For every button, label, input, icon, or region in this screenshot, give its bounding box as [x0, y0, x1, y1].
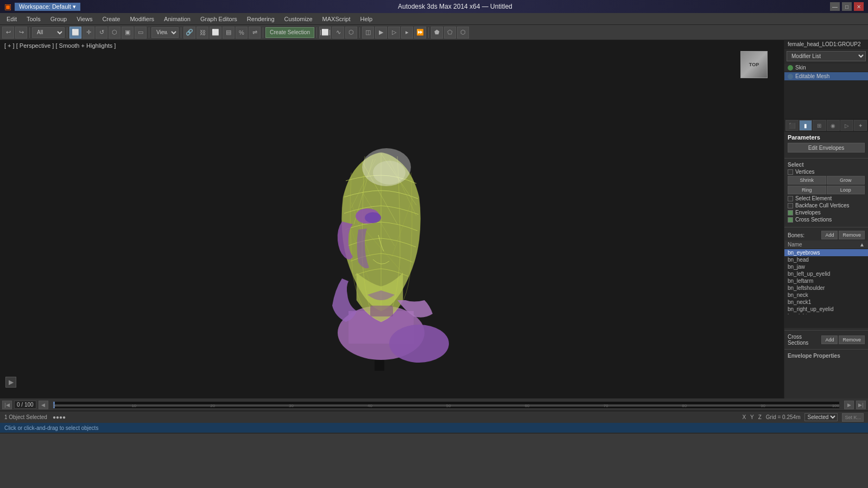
- tb-named-sel[interactable]: |⬜|: [319, 27, 331, 39]
- shrink-grow-row: Shrink Grow: [788, 176, 865, 185]
- tb-percent[interactable]: %: [236, 27, 248, 39]
- tb-extra3[interactable]: ⬡: [457, 27, 469, 39]
- modifier-item-editable-mesh[interactable]: Editable Mesh: [784, 72, 868, 81]
- envelopes-row: Envelopes: [788, 210, 865, 216]
- bone-item-jaw[interactable]: bn_jaw: [784, 263, 868, 270]
- tb-render-setup[interactable]: ▶: [375, 27, 387, 39]
- title-right[interactable]: — □ ✕: [830, 2, 864, 11]
- tb-mirror[interactable]: ⇌: [249, 27, 261, 39]
- close-button[interactable]: ✕: [854, 2, 864, 11]
- loop-button[interactable]: Loop: [827, 186, 865, 194]
- set-key-button[interactable]: Set K...: [842, 413, 864, 422]
- timeline-bar[interactable]: 0 10 20 30 40 50 60 70 80 90 100: [53, 401, 840, 409]
- bones-remove-button[interactable]: Remove: [839, 231, 865, 239]
- tb-curve-editor[interactable]: ∿: [332, 27, 344, 39]
- tab-hierarchy[interactable]: ⊞: [813, 120, 826, 131]
- bone-item-right-up-eyelid[interactable]: bn_right_up_eyelid: [784, 306, 868, 313]
- bones-add-button[interactable]: Add: [821, 231, 838, 239]
- edit-envelopes-button[interactable]: Edit Envelopes: [788, 143, 865, 153]
- workspace-label: Workspace: Default: [19, 3, 71, 10]
- tab-utilities[interactable]: ✦: [854, 120, 867, 131]
- tb-extra1[interactable]: ⬟: [431, 27, 443, 39]
- select-element-checkbox[interactable]: [788, 196, 793, 201]
- menu-maxscript[interactable]: MAXScript: [318, 15, 355, 23]
- tb-sep7: [359, 27, 360, 38]
- tb-unlink[interactable]: ⛓: [197, 27, 208, 39]
- bone-item-head[interactable]: bn_head: [784, 256, 868, 263]
- title-left: ▣ Workspace: Default ▾: [4, 2, 80, 11]
- backface-checkbox[interactable]: [788, 203, 793, 208]
- tb-scale[interactable]: ⬡: [109, 27, 121, 39]
- menu-create[interactable]: Create: [98, 15, 124, 23]
- cross-add-button[interactable]: Add: [821, 335, 838, 344]
- tab-display2[interactable]: ▷: [840, 120, 853, 131]
- tb-redo[interactable]: ↪: [15, 27, 27, 39]
- bone-item-neck[interactable]: bn_neck: [784, 291, 868, 299]
- viewport-label-text: [ + ] [ Perspective ] [ Smooth + Highlig…: [4, 42, 116, 49]
- ring-button[interactable]: Ring: [788, 186, 826, 194]
- tb-bind-space[interactable]: ⬜: [210, 27, 221, 39]
- tb-align[interactable]: ▤: [223, 27, 235, 39]
- cross-remove-button[interactable]: Remove: [839, 335, 865, 344]
- grid-label: Grid = 0.254m: [766, 414, 801, 420]
- auto-key-dropdown[interactable]: Selected: [804, 413, 838, 421]
- welcome-bar: Click or click-and-drag to select object…: [0, 423, 868, 433]
- tb-undo[interactable]: ↩: [2, 27, 14, 39]
- tb-render-active[interactable]: ▸: [401, 27, 413, 39]
- timeline-start[interactable]: |◀: [2, 401, 12, 409]
- timeline-prev-frame[interactable]: ◀: [39, 401, 48, 409]
- bone-item-neck1[interactable]: bn_neck1: [784, 299, 868, 306]
- tb-create-selection[interactable]: Create Selection: [265, 27, 314, 38]
- menu-edit[interactable]: Edit: [2, 15, 21, 23]
- tb-extra2[interactable]: ⬠: [444, 27, 456, 39]
- workspace-button[interactable]: Workspace: Default ▾: [15, 3, 80, 11]
- modifier-item-skin[interactable]: Skin: [784, 64, 868, 72]
- tb-schematic[interactable]: ⬡: [345, 27, 357, 39]
- menu-group[interactable]: Group: [46, 15, 72, 23]
- tb-link[interactable]: 🔗: [183, 27, 195, 39]
- viewport-area[interactable]: [ + ] [ Perspective ] [ Smooth + Highlig…: [0, 40, 784, 398]
- menu-help[interactable]: Help: [356, 15, 377, 23]
- tb-render-last[interactable]: ⏩: [414, 27, 426, 39]
- menu-animation[interactable]: Animation: [160, 15, 195, 23]
- status-dots: ●●●●: [53, 414, 66, 420]
- bone-item-eyebrows[interactable]: bn_eyebrows: [784, 249, 868, 256]
- tb-select[interactable]: ⬜: [69, 27, 81, 39]
- grow-button[interactable]: Grow: [827, 176, 865, 185]
- menu-views[interactable]: Views: [72, 15, 97, 23]
- bone-item-leftshoulder[interactable]: bn_leftshoulder: [784, 284, 868, 291]
- shrink-button[interactable]: Shrink: [788, 176, 826, 185]
- viewport-play-button[interactable]: ▶: [5, 377, 16, 388]
- bone-item-left-up-eyelid[interactable]: bn_left_up_eyelid: [784, 270, 868, 277]
- menu-graph-editors[interactable]: Graph Editors: [196, 15, 242, 23]
- instruction-text: Click or click-and-drag to select object…: [4, 425, 98, 431]
- timeline-next-frame[interactable]: ▶: [844, 401, 854, 409]
- menu-modifiers[interactable]: Modifiers: [125, 15, 159, 23]
- tab-modify[interactable]: ▮: [799, 120, 812, 131]
- tab-motion[interactable]: ◉: [827, 120, 840, 131]
- menu-tools[interactable]: Tools: [22, 15, 45, 23]
- maximize-button[interactable]: □: [842, 2, 852, 11]
- tb-render[interactable]: ▷: [388, 27, 400, 39]
- tb-select2[interactable]: ▣: [122, 27, 134, 39]
- bone-item-leftarm[interactable]: bn_leftarm: [784, 277, 868, 284]
- tb-filter-dropdown[interactable]: All: [32, 27, 65, 38]
- tb-material[interactable]: ◫: [362, 27, 374, 39]
- minimize-button[interactable]: —: [830, 2, 840, 11]
- menu-rendering[interactable]: Rendering: [243, 15, 279, 23]
- tb-move[interactable]: ✛: [83, 27, 94, 39]
- tb-sep4: [181, 27, 181, 38]
- tb-rotate[interactable]: ↺: [96, 27, 107, 39]
- modifier-list-dropdown[interactable]: Modifier List: [787, 51, 866, 61]
- envelopes-checkbox[interactable]: [788, 210, 793, 216]
- cross-sections-checkbox[interactable]: [788, 217, 793, 223]
- timeline-end[interactable]: ▶|: [856, 401, 866, 409]
- timeline-frame-display: 0 / 100: [14, 401, 36, 409]
- navigation-cube[interactable]: TOP: [740, 51, 773, 84]
- envelope-props-title: Envelope Properties: [788, 353, 840, 359]
- vertices-checkbox[interactable]: [788, 169, 793, 175]
- menu-customize[interactable]: Customize: [280, 15, 317, 23]
- tb-region[interactable]: ▭: [135, 27, 147, 39]
- tb-view-dropdown[interactable]: View: [151, 27, 179, 38]
- tab-display[interactable]: ⬛: [785, 120, 799, 131]
